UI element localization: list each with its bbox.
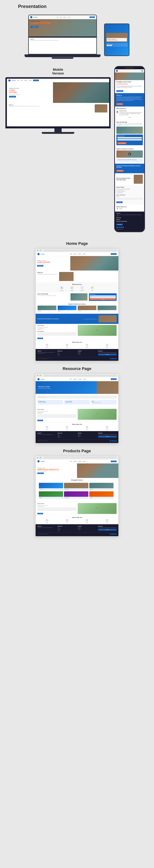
products-social-4[interactable]: [115, 533, 117, 535]
phone-video-play-btn[interactable]: ▶: [128, 153, 131, 156]
resource-social-3[interactable]: [114, 440, 115, 442]
phone-subscribe-btn[interactable]: SUBSCRIBE: [116, 224, 123, 225]
phone-contact-form-field[interactable]: [116, 198, 143, 199]
home-icon-label-2: Best Rates: [67, 290, 76, 291]
phone-form-field-2[interactable]: [117, 139, 142, 141]
monitor-learn-btn[interactable]: LEARN MORE: [9, 96, 16, 97]
phone-dot-2[interactable]: [129, 117, 130, 118]
phone-learn-more-btn[interactable]: LEARN MORE: [116, 90, 123, 92]
resource-social-4[interactable]: [115, 440, 117, 442]
home-form-name[interactable]: First name: [90, 296, 116, 297]
products-send-btn[interactable]: SEND NOW: [37, 513, 43, 514]
phone-office-item: 📍 Florida: [116, 208, 143, 210]
monitor-nav-services[interactable]: Services: [24, 80, 27, 81]
resource-office-name-1: Florida: [37, 429, 57, 430]
monitor-nav-home[interactable]: Home: [17, 80, 19, 81]
products-url-bar[interactable]: [43, 457, 117, 459]
nav-link-home[interactable]: Home: [57, 17, 59, 18]
nav-link-services[interactable]: Services: [63, 17, 66, 18]
home-footer-subscribe-field[interactable]: [98, 352, 117, 353]
resource-nav-1[interactable]: Home: [70, 379, 72, 379]
nav-link-about[interactable]: About: [60, 17, 62, 18]
home-icon-4: 🤝: [90, 286, 94, 290]
home-contact-form-field-2[interactable]: [37, 334, 76, 336]
home-social-li[interactable]: [115, 358, 117, 359]
products-nav-4[interactable]: Contact: [83, 461, 86, 462]
phone-hamburger-icon[interactable]: [141, 70, 143, 71]
phone-send-now-btn[interactable]: SEND NOW: [116, 202, 123, 203]
home-nav-link-1[interactable]: Home: [70, 253, 72, 254]
home-office-icon-1: 📍: [45, 344, 49, 347]
phone-dot-3[interactable]: [130, 117, 131, 118]
resource-send-btn[interactable]: SEND NOW: [37, 420, 43, 421]
resource-form-field-2[interactable]: [37, 416, 76, 417]
resource-search-placeholder[interactable]: Search resources...: [41, 397, 47, 398]
laptop-nav-btn[interactable]: Get Started: [90, 17, 95, 18]
resource-card-1: Mortgage Guide Learn about mortgage opti…: [37, 400, 63, 404]
resource-subscribe-field[interactable]: [98, 434, 117, 435]
resource-nav-2[interactable]: Resources: [73, 379, 77, 379]
phone-location-icon: 📍: [116, 208, 119, 210]
products-nav-3[interactable]: Services: [78, 461, 81, 462]
home-social-tw[interactable]: [112, 358, 113, 359]
phone-instagram-icon[interactable]: in: [120, 226, 122, 228]
home-contact-form-field[interactable]: [37, 332, 76, 334]
tablet-btn[interactable]: LEARN MORE: [107, 45, 112, 46]
laptop-logo: LoanEdge: [30, 16, 37, 18]
products-nav-1[interactable]: Home: [70, 461, 72, 462]
products-form-field-2[interactable]: [37, 509, 76, 511]
products-social-1[interactable]: [110, 533, 111, 535]
products-nav-2[interactable]: Products: [73, 461, 77, 462]
laptop-learn-btn[interactable]: LEARN MORE: [31, 26, 38, 28]
phone-get-started-btn[interactable]: GET STARTED: [117, 142, 126, 144]
resource-social-1[interactable]: [110, 440, 111, 442]
home-nav-link-3[interactable]: Services: [78, 253, 81, 254]
home-nav-link-2[interactable]: About us: [73, 253, 77, 254]
phone-linkedin-icon[interactable]: li: [122, 226, 124, 228]
monitor-nav-contact[interactable]: Contact: [29, 80, 32, 81]
resource-form-field-1[interactable]: [37, 414, 76, 416]
resource-nav-btn[interactable]: Get Started: [111, 378, 117, 380]
products-social-2[interactable]: [112, 533, 113, 535]
nav-link-contact[interactable]: Contact: [68, 17, 70, 18]
products-hero-btn[interactable]: LEARN MORE: [37, 472, 44, 474]
home-form-btn[interactable]: GET STARTED: [90, 299, 116, 300]
home-social-in[interactable]: [114, 358, 115, 359]
home-products-section: Explore Products & Services Mortgage Ref…: [36, 302, 118, 314]
phone-trusted-btn[interactable]: GET STARTED: [116, 170, 124, 172]
laptop-about-title: About Us: [30, 38, 95, 40]
resource-social-2[interactable]: [112, 440, 113, 442]
resource-footer-bottom: © 2024 LoanEdge. All Rights Reserved: [37, 439, 117, 442]
phone-how-help-text: Loan Mortgage is a multi issue page brok…: [116, 124, 143, 126]
products-hero-subtitle: Find the right mortgage: [37, 467, 75, 468]
resource-nav-4[interactable]: Contact: [83, 379, 86, 379]
resource-nav-3[interactable]: Services: [79, 379, 82, 379]
home-nav-link-4[interactable]: Contact: [83, 253, 86, 254]
products-nav-btn[interactable]: Get Started: [111, 461, 117, 462]
monitor-hero: Mortgage Loans & Home LOANOPTION We are …: [7, 82, 109, 103]
products-subscribe-btn[interactable]: SUBSCRIBE: [98, 529, 117, 531]
home-hero-cta[interactable]: LEARN MORE: [37, 265, 43, 267]
home-nav-btn[interactable]: Get Started: [111, 253, 117, 255]
home-contact-send-btn[interactable]: SEND NOW: [37, 338, 43, 339]
home-form-email[interactable]: Email: [90, 297, 116, 298]
resource-subscribe-btn[interactable]: SUBSCRIBE: [98, 436, 117, 437]
home-footer-subscribe-btn[interactable]: SUBSCRIBE: [98, 354, 117, 355]
phone-read-more-btn[interactable]: READ MORE: [116, 103, 123, 105]
phone-about-text: Loan Mortgage is a multi issue page brok…: [116, 97, 143, 101]
home-social-fb[interactable]: [110, 358, 111, 359]
phone-facebook-icon[interactable]: f: [116, 226, 118, 228]
phone-dot-1[interactable]: [128, 117, 129, 118]
phone-form-field-1[interactable]: [117, 137, 142, 138]
browser-url-bar[interactable]: [43, 250, 117, 251]
products-form-field-1[interactable]: [37, 507, 76, 509]
resource-footer-text-1: Lorem ipsum dolor sit amet consectetur a…: [37, 434, 56, 435]
phone-twitter-icon[interactable]: t: [118, 226, 120, 228]
resource-url-bar[interactable]: [43, 375, 117, 376]
products-subscribe-field[interactable]: [98, 527, 117, 529]
laptop-base: [25, 55, 100, 57]
monitor-nav-about[interactable]: About: [21, 80, 23, 81]
monitor-cta-btn[interactable]: Get Started: [33, 80, 39, 81]
products-social-3[interactable]: [114, 533, 115, 535]
resource-contact-left: Get In Touch 2975 Simpson Drive, City Ho…: [37, 409, 76, 422]
